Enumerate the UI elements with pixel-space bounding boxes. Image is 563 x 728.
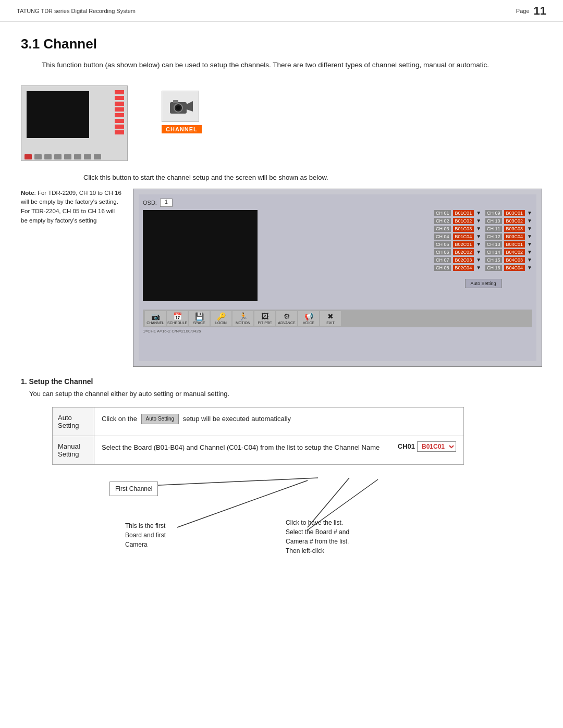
dropdown-arrow[interactable]: ▼ [527,257,532,263]
device-btn-2 [34,154,42,159]
dropdown-arrow[interactable]: ▼ [527,226,532,231]
ch-col-left: CH 01B01C01▼CH 02B01C02▼CH 03B01C03▼CH 0… [434,210,481,271]
device-screen [27,91,89,138]
ch-btn-2 [115,96,124,100]
dropdown-arrow[interactable]: ▼ [527,210,532,216]
dropdown-arrow[interactable]: ▼ [476,226,481,231]
channel-label-button[interactable]: CHANNEL [162,125,202,133]
dropdown-arrow[interactable]: ▼ [527,249,532,255]
dropdown-arrow[interactable]: ▼ [527,265,532,270]
device-btn-6 [74,154,81,159]
dropdown-arrow[interactable]: ▼ [476,210,481,216]
ch-val: B01C04 [453,233,474,240]
nav-label: PIT PRE [258,321,272,325]
nav-label: EXIT [326,321,335,325]
nav-item-schedule[interactable]: 📅SCHEDULE [167,311,188,326]
dropdown-arrow[interactable]: ▼ [476,233,481,239]
device-btn-active [25,154,32,159]
osd-input[interactable]: 1 [160,199,173,207]
osd-label: OSD: [143,200,157,206]
dropdown-arrow[interactable]: ▼ [476,249,481,255]
b01c01-select[interactable]: B01C01 B01C02 B01C03 B01C04 [417,441,456,452]
device-btn-8 [94,154,101,159]
dropdown-arrow[interactable]: ▼ [476,218,481,224]
dropdown-arrow[interactable]: ▼ [527,241,532,247]
setup-title: 1. Setup the Channel [21,377,542,386]
annotation-area: First Channel This is the firstBoard and… [52,475,464,595]
ch-row: CH 07B02C03▼ [434,257,481,263]
ch-num: CH 05 [434,241,451,248]
screen-nav: 📷CHANNEL📅SCHEDULE💾SPACE🔑LOGIN🏃MOTION🖼PIT… [143,310,532,327]
first-board-camera-text: This is the firstBoard and firstCamera [125,522,166,548]
main-content: 3.1 Channel This function button (as sho… [0,21,563,616]
ch-row: CH 06B02C02▼ [434,249,481,255]
header-title: TATUNG TDR series Digital Recording Syst… [17,8,136,14]
auto-setting-button[interactable]: Auto Setting [465,279,502,288]
nav-item-voice[interactable]: 📢VOICE [298,311,319,326]
ch-val: B03C02 [504,218,525,224]
nav-item-space[interactable]: 💾SPACE [189,311,210,326]
svg-line-5 [149,478,318,486]
ch-val: B03C03 [504,226,525,232]
dropdown-arrow[interactable]: ▼ [476,265,481,270]
side-note: Note: For TDR-2209, CH 10 to CH 16 will … [21,189,123,226]
ch-num: CH 10 [485,218,502,224]
ch-num: CH 03 [434,226,451,232]
ch-val: B01C03 [453,226,474,232]
click-list-text: Click to have the list.Select the Board … [286,519,349,554]
dropdown-arrow[interactable]: ▼ [527,218,532,224]
first-channel-box: First Channel [109,482,158,496]
page-label: Page [516,8,530,14]
device-btn-3 [44,154,52,159]
ch-num: CH 08 [434,265,451,271]
nav-icon: 📢 [304,312,313,320]
note-text: : For TDR-2209, CH 10 to CH 16 will be e… [21,190,121,224]
nav-icon: ⚙ [284,312,290,320]
ch-btn-1 [115,90,124,94]
dropdown-arrow[interactable]: ▼ [527,233,532,239]
nav-item-pit pre[interactable]: 🖼PIT PRE [254,311,275,326]
settings-table: Auto Setting Click on the Auto Setting s… [52,407,464,465]
ch-num: CH 13 [485,241,502,248]
ch-num: CH 12 [485,233,502,240]
css-inner: OSD: 1 CH 01B01C01▼CH 02B01C02▼CH 03B01C… [139,194,536,361]
nav-item-channel[interactable]: 📷CHANNEL [145,311,166,326]
setup-description: You can setup the channel either by auto… [29,390,542,398]
ch-row: CH 15B04C03▼ [485,257,532,263]
ch-btn-7 [115,125,124,129]
nav-icon: ✖ [327,312,334,320]
ch-num: CH 07 [434,257,451,263]
nav-label: SCHEDULE [167,321,187,325]
screen-body: CH 01B01C01▼CH 02B01C02▼CH 03B01C03▼CH 0… [143,210,532,304]
ch-num: CH 02 [434,218,451,224]
setup-number: 1. [21,377,27,386]
middle-row: Note: For TDR-2209, CH 10 to CH 16 will … [21,189,542,367]
first-channel-callout: First Channel [109,482,158,496]
auto-content: Click on the Auto Setting setup will be … [94,408,463,436]
page-number: 11 [534,4,546,18]
ch-val: B04C04 [504,265,525,271]
auto-setting-inline-btn[interactable]: Auto Setting [141,414,179,424]
nav-item-login[interactable]: 🔑LOGIN [211,311,231,326]
nav-icon: 💾 [195,312,204,320]
nav-item-exit[interactable]: ✖EXIT [320,311,341,326]
ch-col-right: CH 09B03C01▼CH 10B03C02▼CH 11B03C03▼CH 1… [485,210,532,271]
ch-val: B01C02 [453,218,474,224]
nav-item-advance[interactable]: ⚙ADVANCE [276,311,297,326]
ch-btn-3 [115,102,124,106]
nav-item-motion[interactable]: 🏃MOTION [232,311,253,326]
manual-content: CH01 B01C01 B01C02 B01C03 B01C04 Select … [94,436,463,464]
ch-num: CH 01 [434,210,451,216]
osd-row: OSD: 1 [143,199,532,207]
section-title: 3.1 Channel [21,36,542,52]
ch-grid: CH 01B01C01▼CH 02B01C02▼CH 03B01C03▼CH 0… [434,210,532,271]
ch-val: B03C01 [504,210,525,216]
dropdown-arrow[interactable]: ▼ [476,241,481,247]
nav-icon: 🖼 [261,312,268,320]
ch-row: CH 13B04C01▼ [485,241,532,248]
ch-val: B02C02 [453,249,474,255]
dropdown-arrow[interactable]: ▼ [476,257,481,263]
click-text: Click this button to start the channel s… [83,174,542,181]
ch-num: CH 04 [434,233,451,240]
channel-setup-screenshot: OSD: 1 CH 01B01C01▼CH 02B01C02▼CH 03B01C… [133,189,542,367]
